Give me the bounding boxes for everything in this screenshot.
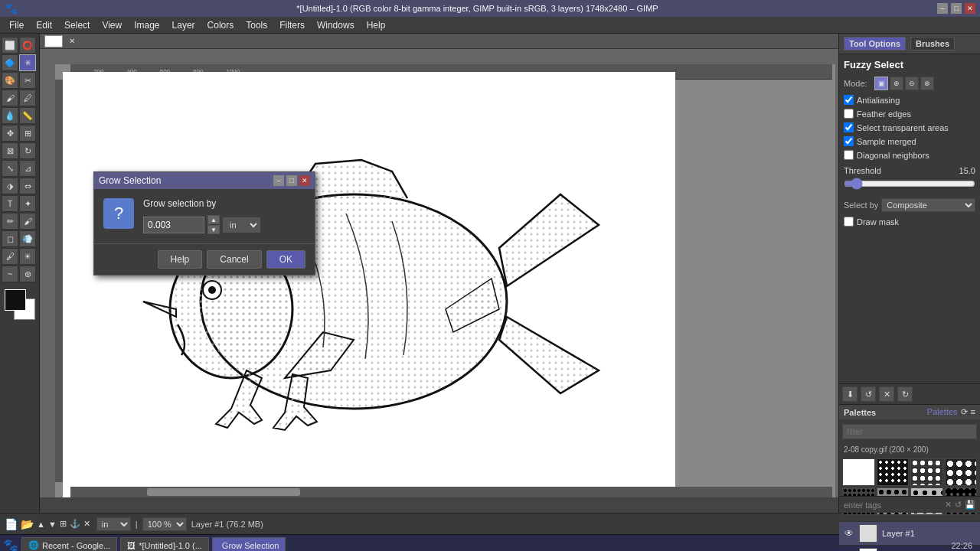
palette-tab-active[interactable]: Palettes — [927, 407, 958, 417]
panel-delete-btn[interactable]: ✕ — [879, 386, 894, 402]
tool-move[interactable]: ✥ — [2, 125, 18, 142]
tool-dodge-burn[interactable]: ☀ — [19, 248, 36, 265]
cancel-button[interactable]: Cancel — [207, 250, 261, 269]
tool-crop[interactable]: ⊠ — [2, 142, 18, 159]
menu-item-file[interactable]: File — [3, 18, 30, 32]
minimize-button[interactable]: – — [937, 3, 948, 14]
mode-intersect[interactable]: ⊗ — [920, 77, 934, 90]
taskbar-dialog-btn[interactable]: Grow Selection — [212, 537, 286, 552]
menu-item-tools[interactable]: Tools — [240, 18, 273, 32]
mode-subtract[interactable]: ⊖ — [905, 77, 919, 90]
mode-replace[interactable]: ▣ — [874, 77, 888, 90]
tab-brushes[interactable]: Brushes — [910, 37, 955, 51]
menu-item-help[interactable]: Help — [361, 18, 392, 32]
panel-refresh-btn[interactable]: ↺ — [861, 386, 876, 402]
foreground-color[interactable] — [5, 289, 26, 311]
tags-close-icon[interactable]: ✕ — [945, 500, 952, 510]
layer-copy-icon[interactable]: ⊞ — [60, 519, 67, 529]
antialiasing-label[interactable]: Antialiasing — [857, 96, 900, 105]
hscroll-thumb[interactable] — [147, 488, 300, 496]
tool-eraser[interactable]: ◻ — [2, 230, 18, 247]
tool-paintbrush[interactable]: 🖌 — [19, 213, 36, 230]
tool-heal[interactable]: ✦ — [19, 195, 36, 212]
menu-item-windows[interactable]: Windows — [311, 18, 361, 32]
tool-rotate[interactable]: ↻ — [19, 142, 36, 159]
tool-scale[interactable]: ⤡ — [2, 160, 18, 177]
window-controls[interactable]: – □ ✕ — [937, 3, 975, 14]
tool-shear[interactable]: ⊿ — [19, 160, 36, 177]
horizontal-scrollbar[interactable] — [70, 487, 832, 497]
anchor-icon[interactable]: ⚓ — [70, 519, 80, 529]
delete-icon[interactable]: ✕ — [83, 519, 90, 529]
palette-item-4[interactable] — [945, 458, 978, 486]
dialog-maximize-btn[interactable]: □ — [286, 175, 297, 186]
canvas-area[interactable]: 200 400 600 800 1000 — [55, 64, 835, 497]
menu-item-filters[interactable]: Filters — [273, 18, 311, 32]
feather-label[interactable]: Feather edges — [857, 109, 911, 119]
feather-checkbox[interactable] — [844, 109, 854, 119]
dialog-close-btn[interactable]: ✕ — [299, 175, 310, 186]
palette-item-3[interactable] — [910, 458, 943, 486]
menu-item-layer[interactable]: Layer — [166, 18, 201, 32]
palette-filter-input[interactable] — [842, 424, 977, 439]
tab-tool-options[interactable]: Tool Options — [844, 37, 906, 51]
menu-item-edit[interactable]: Edit — [30, 18, 58, 32]
tool-convolve[interactable]: ⊛ — [19, 266, 36, 282]
palette-item-2[interactable] — [877, 458, 910, 486]
threshold-slider[interactable] — [844, 178, 975, 190]
diagonal-checkbox[interactable] — [844, 150, 854, 160]
select-transparent-label[interactable]: Select transparent areas — [857, 123, 949, 132]
start-icon[interactable]: 🐾 — [3, 538, 18, 551]
dialog-minimize-btn[interactable]: – — [273, 175, 284, 186]
new-icon[interactable]: 📄 — [5, 518, 18, 530]
tags-refresh-icon[interactable]: ↺ — [955, 500, 962, 510]
unit-select[interactable]: in px mm cm — [223, 217, 260, 233]
tool-pencil[interactable]: ✏ — [2, 213, 18, 230]
dialog-controls[interactable]: – □ ✕ — [273, 175, 310, 186]
foreground-background-colors[interactable] — [5, 289, 38, 323]
panel-reset-btn[interactable]: ↻ — [897, 386, 913, 402]
palette-reload-icon[interactable]: ⟳ — [961, 407, 968, 417]
layer-visibility-1[interactable]: 👁 — [844, 528, 854, 539]
mode-add[interactable]: ⊕ — [890, 77, 903, 90]
menu-item-image[interactable]: Image — [128, 18, 165, 32]
grow-value-input[interactable] — [143, 217, 204, 233]
taskbar-gimp-btn[interactable]: 🖼 *[Untitled]-1.0 (... — [120, 537, 209, 552]
palette-menu-icon[interactable]: ≡ — [971, 407, 975, 417]
tool-foreground-select[interactable]: 🖌 — [2, 90, 18, 106]
tool-paths[interactable]: 🖊 — [19, 90, 36, 106]
menu-item-colors[interactable]: Colors — [201, 18, 240, 32]
tool-color-picker[interactable]: 💧 — [2, 107, 18, 124]
tags-save-icon[interactable]: 💾 — [965, 500, 975, 510]
image-tab-close[interactable]: ✕ — [69, 37, 75, 45]
menu-item-select[interactable]: Select — [58, 18, 96, 32]
tool-ellipse-select[interactable]: ⭕ — [19, 37, 36, 54]
tool-smudge[interactable]: ~ — [2, 266, 18, 282]
tool-airbrush[interactable]: 💨 — [19, 230, 36, 247]
unit-dropdown[interactable]: in px mm — [96, 517, 131, 531]
panel-download-btn[interactable]: ⬇ — [842, 386, 858, 402]
down-icon[interactable]: ▼ — [48, 520, 57, 529]
maximize-button[interactable]: □ — [951, 3, 962, 14]
open-icon[interactable]: 📂 — [21, 518, 34, 530]
spin-down-btn[interactable]: ▼ — [207, 225, 220, 234]
tool-by-color[interactable]: 🎨 — [2, 72, 18, 89]
help-button[interactable]: Help — [158, 250, 203, 269]
tool-alignment[interactable]: ⊞ — [19, 125, 36, 142]
select-transparent-checkbox[interactable] — [844, 122, 854, 132]
draw-mask-label[interactable]: Draw mask — [857, 217, 899, 227]
sample-merged-label[interactable]: Sample merged — [857, 137, 916, 146]
up-icon[interactable]: ▲ — [37, 520, 45, 529]
tool-fuzzy-select[interactable]: ✳ — [19, 54, 36, 71]
tool-flip[interactable]: ⇔ — [19, 178, 36, 194]
ok-button[interactable]: OK — [266, 250, 305, 269]
diagonal-label[interactable]: Diagonal neighbors — [857, 151, 929, 160]
zoom-dropdown[interactable]: 100 % 50 % 200 % — [142, 517, 187, 531]
tool-rect-select[interactable]: ⬜ — [2, 37, 18, 54]
canvas-content[interactable] — [63, 72, 675, 497]
tool-perspective[interactable]: ⬗ — [2, 178, 18, 194]
sample-merged-checkbox[interactable] — [844, 136, 854, 146]
tool-measure[interactable]: 📏 — [19, 107, 36, 124]
close-button[interactable]: ✕ — [965, 3, 975, 14]
tool-text[interactable]: T — [2, 195, 18, 212]
